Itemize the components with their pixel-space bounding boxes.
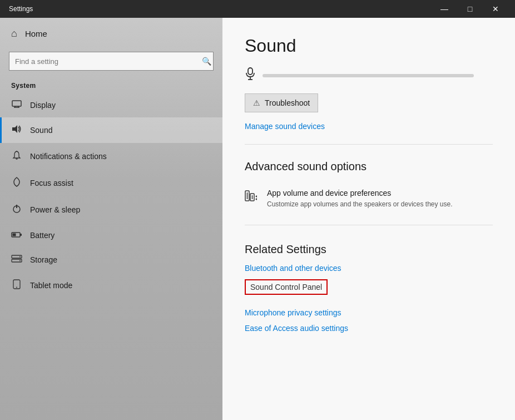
level-bar xyxy=(263,74,474,77)
svg-marker-24 xyxy=(255,198,257,200)
app-volume-title: App volume and device preferences xyxy=(267,189,453,197)
troubleshoot-button[interactable]: ⚠ Troubleshoot xyxy=(245,93,318,112)
sidebar-item-sound[interactable]: Sound xyxy=(0,117,222,143)
content-area: ⌂ Home 🔍 System xyxy=(0,18,515,420)
sidebar-item-focus-label: Focus assist xyxy=(30,179,73,187)
power-icon xyxy=(11,204,22,216)
svg-point-12 xyxy=(19,256,21,258)
ease-of-access-link[interactable]: Ease of Access audio settings xyxy=(245,324,493,333)
tablet-icon xyxy=(11,279,22,291)
divider-2 xyxy=(245,225,493,225)
sidebar: ⌂ Home 🔍 System xyxy=(0,18,222,420)
app-volume-icon xyxy=(245,190,258,205)
sidebar-item-display[interactable]: Display xyxy=(0,93,222,117)
minimize-button[interactable]: — xyxy=(432,0,457,18)
app-volume-description: Customize app volumes and the speakers o… xyxy=(267,200,453,209)
input-level-row xyxy=(245,67,493,83)
window-controls: — □ ✕ xyxy=(432,0,508,18)
related-settings-title: Related Settings xyxy=(245,243,493,256)
sidebar-item-storage[interactable]: Storage xyxy=(0,248,222,272)
home-icon: ⌂ xyxy=(11,28,17,39)
search-box: 🔍 xyxy=(9,52,214,71)
settings-window: Settings — □ ✕ ⌂ Home 🔍 System xyxy=(0,0,515,420)
divider-1 xyxy=(245,144,493,145)
window-title: Settings xyxy=(9,5,33,13)
battery-icon xyxy=(11,230,22,240)
sidebar-item-tablet-label: Tablet mode xyxy=(30,281,72,290)
main-content: Sound ⚠ Troubleshoot xyxy=(222,18,515,420)
svg-point-15 xyxy=(16,287,17,288)
manage-sound-devices-link[interactable]: Manage sound devices xyxy=(245,122,325,131)
sidebar-item-storage-label: Storage xyxy=(30,255,57,264)
page-title: Sound xyxy=(245,36,493,56)
app-volume-row[interactable]: App volume and device preferences Custom… xyxy=(245,182,493,216)
svg-marker-4 xyxy=(12,125,17,133)
sidebar-item-power-label: Power & sleep xyxy=(30,205,80,214)
sidebar-item-notifications[interactable]: Notifications & actions xyxy=(0,143,222,170)
svg-rect-9 xyxy=(20,234,22,236)
svg-rect-8 xyxy=(13,234,16,236)
microphone-privacy-link[interactable]: Microphone privacy settings xyxy=(245,308,493,317)
sound-control-panel-link[interactable]: Sound Control Panel xyxy=(245,279,328,295)
search-input[interactable] xyxy=(9,52,214,71)
close-button[interactable]: ✕ xyxy=(483,0,508,18)
bluetooth-link[interactable]: Bluetooth and other devices xyxy=(245,264,493,273)
focus-icon xyxy=(11,177,22,189)
sidebar-item-sound-label: Sound xyxy=(30,126,52,135)
sound-icon xyxy=(11,125,22,136)
sidebar-item-focus[interactable]: Focus assist xyxy=(0,170,222,196)
warning-icon: ⚠ xyxy=(253,98,260,107)
sidebar-section-label: System xyxy=(0,77,222,93)
titlebar: Settings — □ ✕ xyxy=(0,0,515,18)
sidebar-item-battery[interactable]: Battery xyxy=(0,223,222,248)
microphone-icon xyxy=(245,67,256,83)
troubleshoot-label: Troubleshoot xyxy=(265,98,310,107)
search-button[interactable]: 🔍 xyxy=(202,57,211,66)
sidebar-home[interactable]: ⌂ Home xyxy=(0,18,222,50)
svg-rect-0 xyxy=(12,101,21,106)
sidebar-item-display-label: Display xyxy=(30,101,56,110)
sound-control-panel-box[interactable]: Sound Control Panel xyxy=(245,279,328,302)
sidebar-item-battery-label: Battery xyxy=(30,231,55,240)
storage-icon xyxy=(11,255,22,265)
sidebar-item-notifications-label: Notifications & actions xyxy=(30,152,107,161)
advanced-section-title: Advanced sound options xyxy=(245,160,493,173)
sidebar-item-tablet[interactable]: Tablet mode xyxy=(0,272,222,299)
notifications-icon xyxy=(11,150,22,162)
svg-point-13 xyxy=(19,260,21,261)
sidebar-item-power[interactable]: Power & sleep xyxy=(0,196,222,223)
app-pref-text: App volume and device preferences Custom… xyxy=(267,189,453,209)
svg-rect-16 xyxy=(248,68,252,75)
maximize-button[interactable]: □ xyxy=(457,0,483,18)
sidebar-home-label: Home xyxy=(25,29,47,38)
svg-marker-23 xyxy=(255,195,257,197)
display-icon xyxy=(11,100,22,110)
